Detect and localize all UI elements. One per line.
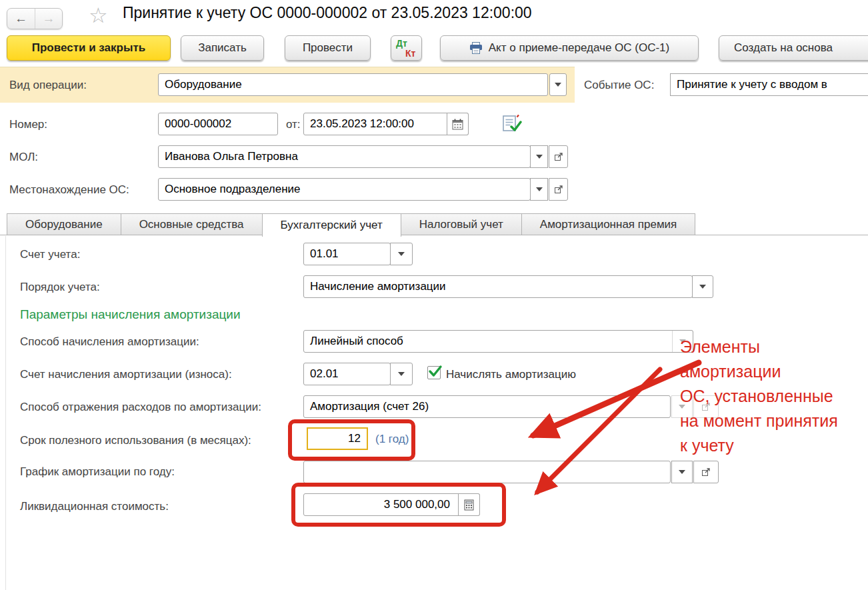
- method-input[interactable]: Линейный способ: [303, 330, 693, 353]
- liquidation-label: Ликвидационная стоимость:: [20, 500, 169, 513]
- location-dropdown-button[interactable]: [530, 178, 548, 201]
- act-print-button[interactable]: Акт о приеме-передаче ОС (ОС-1): [440, 35, 699, 61]
- mol-input[interactable]: Иванова Ольга Петровна: [158, 145, 531, 168]
- depr-account-dropdown-button[interactable]: [390, 363, 413, 385]
- number-input[interactable]: 0000-000002: [158, 113, 278, 135]
- tab-equipment[interactable]: Оборудование: [7, 213, 121, 235]
- page-title: Принятие к учету ОС 0000-000002 от 23.05…: [123, 4, 532, 22]
- app-window: ← → ☆ Принятие к учету ОС 0000-000002 от…: [0, 0, 868, 590]
- tab-accounting[interactable]: Бухгалтерский учет: [262, 213, 401, 237]
- schedule-input[interactable]: [303, 461, 671, 483]
- create-based-on-button[interactable]: Создать на основа: [719, 35, 868, 61]
- annotation-line: Элементы: [680, 335, 838, 359]
- operation-type-label: Вид операции:: [9, 79, 87, 92]
- chevron-down-icon: [398, 372, 405, 376]
- printer-icon: [469, 42, 483, 54]
- account-input[interactable]: 01.01: [303, 243, 391, 265]
- order-dropdown-button[interactable]: [692, 275, 713, 298]
- accrue-depreciation-label: Начислять амортизацию: [446, 368, 576, 381]
- schedule-open-button[interactable]: [693, 461, 719, 483]
- depreciation-section-header: Параметры начисления амортизации: [20, 307, 241, 322]
- tab-tax-accounting[interactable]: Налоговый учет: [401, 213, 522, 235]
- operation-type-dropdown-button[interactable]: [549, 73, 567, 96]
- schedule-dropdown-button[interactable]: [671, 461, 693, 483]
- depr-account-input[interactable]: 02.01: [303, 363, 391, 385]
- account-dropdown-button[interactable]: [390, 243, 413, 265]
- calendar-icon: [452, 119, 463, 130]
- location-input[interactable]: Основное подразделение: [158, 178, 531, 201]
- forward-arrow-icon: →: [42, 11, 55, 26]
- number-label: Номер:: [9, 118, 47, 131]
- useful-life-label: Срок полезного использования (в месяцах)…: [20, 434, 251, 447]
- document-posted-icon: [502, 114, 522, 133]
- chevron-down-icon: [536, 155, 543, 159]
- os-event-label: Событие ОС:: [584, 79, 654, 92]
- post-button[interactable]: Провести: [285, 35, 371, 61]
- mol-open-button[interactable]: [549, 145, 568, 168]
- expense-method-input[interactable]: Амортизация (счет 26): [303, 395, 671, 418]
- forward-button[interactable]: →: [35, 9, 62, 29]
- account-label: Счет учета:: [20, 248, 80, 261]
- date-input[interactable]: 23.05.2023 12:00:00: [303, 113, 469, 135]
- operation-type-input[interactable]: Оборудование: [158, 73, 548, 96]
- back-arrow-icon: ←: [15, 11, 27, 26]
- annotation-line: амортизации: [680, 359, 838, 384]
- post-and-close-button[interactable]: Провести и закрыть: [7, 35, 171, 61]
- mol-dropdown-button[interactable]: [530, 145, 548, 168]
- tab-strip: Оборудование Основные средства Бухгалтер…: [7, 213, 695, 237]
- annotation-text: Элементы амортизации ОС, установленные н…: [680, 335, 838, 458]
- save-button[interactable]: Записать: [181, 35, 264, 61]
- open-link-icon: [701, 467, 711, 477]
- chevron-down-icon: [398, 252, 405, 256]
- accrue-depreciation-checkbox[interactable]: [427, 366, 441, 379]
- location-label: Местонахождение ОС:: [9, 183, 129, 197]
- open-link-icon: [554, 152, 563, 161]
- calendar-button[interactable]: [447, 113, 469, 135]
- debit-label: Дт: [396, 38, 407, 49]
- os-event-input[interactable]: Принятие к учету с вводом в: [670, 73, 868, 96]
- annotation-box-liquidation: [291, 483, 506, 527]
- location-open-button[interactable]: [549, 178, 568, 201]
- schedule-label: График амортизации по году:: [20, 465, 175, 479]
- chevron-down-icon: [699, 285, 706, 289]
- annotation-line: к учету: [680, 433, 838, 458]
- open-link-icon: [554, 185, 563, 194]
- annotation-line: ОС, установленные: [680, 384, 838, 409]
- panel-left-border: [5, 236, 6, 590]
- tab-depreciation-bonus[interactable]: Амортизационная премия: [521, 213, 695, 235]
- favorite-star-icon[interactable]: ☆: [89, 3, 108, 28]
- back-button[interactable]: ←: [7, 9, 35, 29]
- from-label: от:: [286, 118, 301, 131]
- depr-account-label: Счет начисления амортизации (износа):: [20, 368, 232, 381]
- mol-label: МОЛ:: [9, 151, 38, 164]
- method-label: Способ начисления амортизации:: [20, 335, 199, 349]
- nav-history-group: ← →: [7, 8, 63, 29]
- credit-label: Кт: [405, 48, 415, 59]
- chevron-down-icon: [536, 187, 543, 191]
- order-label: Порядок учета:: [20, 281, 100, 294]
- chevron-down-icon: [679, 470, 685, 474]
- show-postings-button[interactable]: Дт Кт: [391, 35, 422, 61]
- tab-fixed-assets[interactable]: Основные средства: [121, 213, 263, 235]
- order-input[interactable]: Начисление амортизации: [303, 275, 693, 298]
- expense-method-label: Способ отражения расходов по амортизации…: [20, 401, 261, 414]
- annotation-line: на момент принятия: [680, 409, 838, 433]
- act-print-label: Акт о приеме-передаче ОС (ОС-1): [489, 41, 669, 55]
- chevron-down-icon: [555, 83, 561, 87]
- annotation-box-useful-life: [288, 419, 415, 461]
- checkmark-icon: [427, 364, 443, 379]
